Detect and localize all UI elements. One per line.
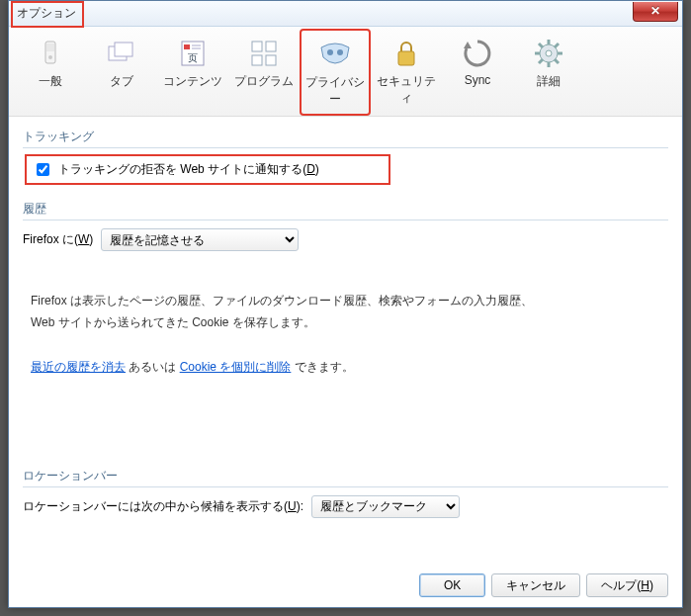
svg-rect-1 — [46, 44, 54, 51]
svg-line-25 — [555, 59, 559, 63]
grid-icon — [246, 36, 282, 71]
history-section-label: 履歴 — [23, 201, 668, 220]
tab-sync[interactable]: Sync — [442, 29, 513, 116]
window-title: オプション — [11, 1, 84, 28]
history-mode-select[interactable]: 履歴を記憶させる — [101, 228, 299, 251]
locationbar-select[interactable]: 履歴とブックマーク — [311, 495, 460, 518]
history-description: Firefox は表示したページの履歴、ファイルのダウンロード履歴、検索やフォー… — [31, 291, 660, 379]
mask-icon — [317, 37, 353, 72]
lock-icon — [389, 36, 424, 71]
svg-rect-4 — [115, 43, 132, 56]
tab-general[interactable]: 一般 — [15, 29, 86, 116]
tab-advanced[interactable]: 詳細 — [513, 29, 584, 116]
svg-point-2 — [48, 55, 52, 59]
tab-applications[interactable]: プログラム — [228, 29, 300, 116]
sync-icon — [460, 36, 495, 71]
svg-marker-17 — [464, 42, 472, 48]
svg-point-14 — [327, 49, 333, 55]
history-mode-row: Firefox に(W) 履歴を記憶させる — [23, 228, 668, 251]
svg-rect-12 — [252, 55, 262, 65]
locationbar-section-label: ロケーションバー — [23, 468, 668, 487]
dialog-buttons: OK キャンセル ヘルプ(H) — [419, 573, 668, 597]
tab-security[interactable]: セキュリティ — [371, 29, 442, 116]
svg-rect-16 — [398, 51, 414, 65]
dnt-label[interactable]: トラッキングの拒否を Web サイトに通知する(D) — [58, 161, 319, 178]
tab-privacy[interactable]: プライバシー — [300, 29, 371, 116]
svg-line-24 — [539, 44, 543, 47]
svg-rect-13 — [266, 55, 276, 65]
category-toolbar: 一般 タブ 页 コンテンツ プログラム プライバシー — [9, 27, 682, 117]
svg-line-26 — [555, 44, 559, 47]
locationbar-label: ロケーションバーには次の中から候補を表示する(U): — [23, 498, 303, 515]
history-mode-label: Firefox に(W) — [23, 231, 93, 248]
svg-rect-11 — [266, 42, 276, 51]
titlebar: オプション ✕ — [9, 1, 682, 27]
dnt-checkbox[interactable] — [37, 163, 49, 176]
tab-content[interactable]: 页 コンテンツ — [157, 29, 228, 116]
tab-tabs[interactable]: タブ — [86, 29, 157, 116]
svg-line-27 — [539, 59, 543, 63]
gear-icon — [531, 36, 566, 71]
locationbar-row: ロケーションバーには次の中から候補を表示する(U): 履歴とブックマーク — [23, 495, 668, 518]
svg-rect-6 — [184, 44, 190, 49]
help-button[interactable]: ヘルプ(H) — [586, 573, 668, 597]
svg-point-15 — [337, 49, 343, 55]
clear-history-link[interactable]: 最近の履歴を消去 — [31, 360, 126, 374]
close-button[interactable]: ✕ — [633, 2, 678, 22]
switch-icon — [33, 36, 68, 71]
svg-text:页: 页 — [188, 52, 198, 63]
clear-cookies-link[interactable]: Cookie を個別に削除 — [180, 360, 292, 374]
svg-point-19 — [546, 50, 552, 56]
content-area: トラッキング トラッキングの拒否を Web サイトに通知する(D) 履歴 Fir… — [9, 117, 682, 518]
ok-button[interactable]: OK — [419, 573, 485, 597]
tracking-section-label: トラッキング — [23, 129, 668, 148]
tabs-icon — [104, 36, 139, 71]
cancel-button[interactable]: キャンセル — [491, 573, 580, 597]
options-window: オプション ✕ 一般 タブ 页 コンテンツ プログラム — [8, 0, 683, 608]
page-icon: 页 — [175, 36, 211, 71]
svg-rect-10 — [252, 42, 262, 51]
tracking-checkbox-row: トラッキングの拒否を Web サイトに通知する(D) — [25, 154, 390, 185]
